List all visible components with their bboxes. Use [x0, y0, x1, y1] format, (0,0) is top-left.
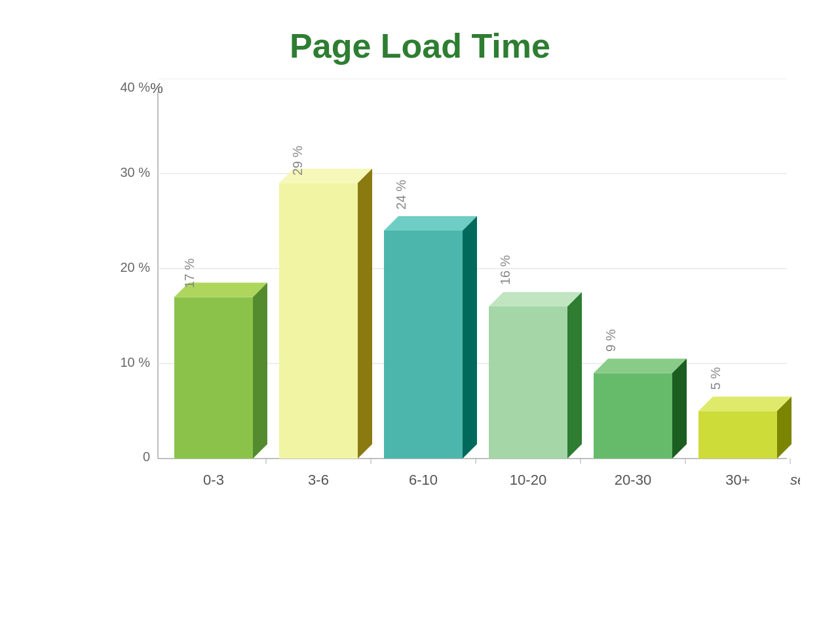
bar-20-30: 9 %	[594, 329, 687, 459]
chart-area: 0 10 % 20 % 30 % 40 % %	[79, 79, 800, 537]
bar-chart-svg: 0 10 % 20 % 30 % 40 % %	[79, 79, 800, 537]
svg-text:0-3: 0-3	[203, 472, 224, 488]
svg-text:5 %: 5 %	[708, 367, 723, 390]
svg-text:6-10: 6-10	[409, 472, 438, 488]
bar-30-plus: 5 %	[698, 367, 792, 459]
svg-marker-21	[384, 216, 477, 231]
chart-container: Page Load Time 0 10 % 20 % 30 % 40 % %	[0, 0, 840, 621]
svg-rect-20	[384, 231, 463, 459]
svg-marker-29	[594, 359, 687, 373]
bar-0-3: 17 %	[174, 258, 267, 459]
bar-6-10: 24 %	[384, 179, 477, 459]
svg-rect-28	[594, 373, 672, 459]
svg-rect-32	[698, 411, 777, 459]
svg-text:16 %: 16 %	[498, 255, 512, 285]
svg-text:20 %: 20 %	[120, 260, 150, 274]
svg-marker-26	[567, 292, 582, 459]
svg-marker-14	[253, 283, 267, 459]
svg-text:17 %: 17 %	[182, 258, 197, 288]
svg-text:30+: 30+	[725, 472, 750, 488]
svg-text:24 %: 24 %	[394, 179, 408, 210]
svg-text:29 %: 29 %	[290, 145, 305, 176]
svg-marker-18	[358, 169, 372, 459]
svg-text:30 %: 30 %	[120, 165, 150, 179]
svg-text:10 %: 10 %	[120, 355, 150, 369]
svg-text:10-20: 10-20	[510, 472, 546, 488]
svg-rect-16	[279, 183, 358, 459]
svg-text:20-30: 20-30	[615, 472, 651, 488]
svg-rect-24	[489, 307, 567, 459]
chart-title: Page Load Time	[290, 26, 550, 66]
svg-marker-30	[672, 359, 687, 459]
svg-rect-12	[174, 297, 253, 459]
svg-marker-33	[698, 397, 792, 411]
svg-marker-25	[489, 292, 582, 307]
svg-text:3-6: 3-6	[308, 472, 329, 488]
svg-text:40 %: 40 %	[120, 80, 150, 94]
svg-marker-22	[463, 216, 477, 459]
svg-text:seconds: seconds	[790, 472, 800, 488]
bar-10-20: 16 %	[489, 255, 582, 459]
svg-text:%: %	[150, 80, 163, 96]
svg-text:9 %: 9 %	[603, 329, 618, 352]
svg-text:0: 0	[143, 449, 150, 464]
bar-3-6: 29 %	[279, 145, 372, 459]
